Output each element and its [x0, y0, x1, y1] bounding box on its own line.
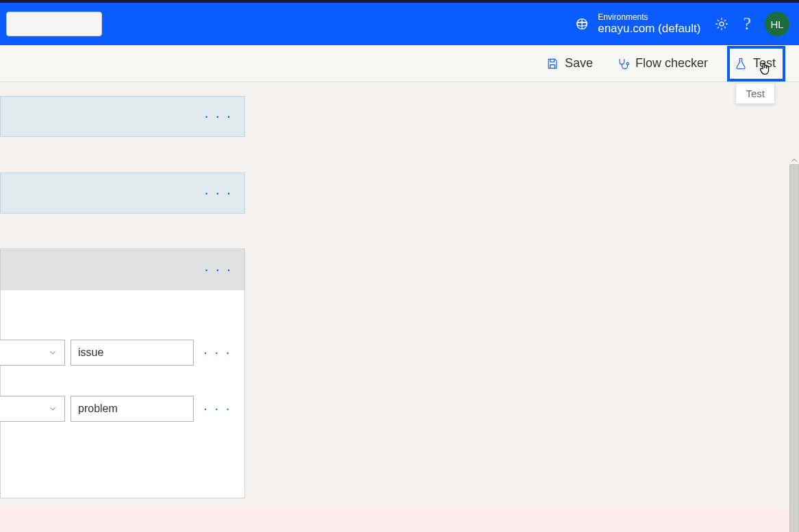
save-label: Save [565, 56, 593, 71]
flow-checker-button[interactable]: Flow checker [612, 53, 712, 73]
trigger-card[interactable]: · · · [0, 96, 245, 137]
environment-picker[interactable]: Environments enayu.com (default) [574, 12, 700, 36]
scrollbar-thumb[interactable] [789, 164, 799, 532]
card-menu-icon[interactable]: · · · [204, 266, 232, 273]
chevron-down-icon [48, 404, 58, 414]
flow-canvas: · · · · · · · · · · · · · · · [0, 82, 799, 532]
app-header: Environments enayu.com (default) ? HL [0, 3, 799, 45]
row-menu-icon[interactable]: · · · [199, 405, 231, 412]
save-icon [546, 57, 559, 71]
chevron-down-icon [48, 348, 58, 357]
help-icon[interactable]: ? [743, 14, 751, 34]
condition-row: · · · [0, 340, 244, 366]
condition-row: · · · [0, 396, 244, 422]
condition-value-input[interactable] [71, 340, 194, 366]
search-input[interactable] [6, 12, 102, 36]
action-card[interactable]: · · · [0, 173, 245, 214]
row-menu-icon[interactable]: · · · [199, 349, 231, 356]
card-menu-icon[interactable]: · · · [204, 190, 232, 197]
avatar[interactable]: HL [765, 12, 789, 36]
operator-dropdown[interactable] [0, 340, 65, 366]
environment-label: Environments [598, 12, 700, 22]
environment-icon [574, 16, 589, 31]
flow-checker-label: Flow checker [635, 56, 708, 71]
settings-icon[interactable] [714, 16, 729, 31]
avatar-initials: HL [770, 18, 783, 30]
scroll-up-icon[interactable] [789, 155, 799, 166]
svg-point-3 [626, 62, 629, 64]
condition-card[interactable]: · · · · · · · · · [0, 249, 245, 498]
test-button[interactable]: Test [727, 46, 785, 81]
header-right: Environments enayu.com (default) ? HL [574, 12, 789, 36]
environment-text: Environments enayu.com (default) [598, 12, 700, 36]
environment-name: enayu.com (default) [598, 22, 700, 35]
vertical-scrollbar[interactable] [789, 164, 799, 532]
svg-point-2 [720, 22, 724, 26]
error-bar [0, 507, 791, 532]
save-button[interactable]: Save [542, 53, 597, 73]
card-menu-icon[interactable]: · · · [204, 113, 232, 120]
cursor-hand-icon [757, 61, 772, 77]
stethoscope-icon [616, 57, 630, 71]
editor-toolbar: Save Flow checker Test Test [0, 45, 799, 82]
condition-value-input[interactable] [71, 396, 194, 422]
condition-header[interactable]: · · · [1, 249, 244, 290]
flask-icon [734, 57, 748, 71]
operator-dropdown[interactable] [0, 396, 65, 422]
